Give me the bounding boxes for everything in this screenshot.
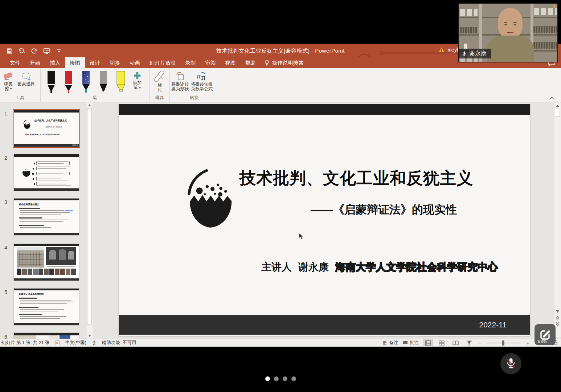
tab-slideshow[interactable]: 幻灯片放映 [145, 57, 181, 68]
slide-sorter-button[interactable] [437, 339, 446, 347]
ruler-button[interactable]: 标尺 [152, 71, 167, 92]
language-indicator[interactable]: 中文(中国) [65, 340, 86, 346]
group-label-convert: 转换 [170, 95, 219, 101]
reading-view-button[interactable] [451, 339, 460, 347]
zoom-slider-thumb[interactable] [502, 340, 504, 346]
main-scrollbar-thumb[interactable] [555, 109, 560, 117]
slide-subtitle: ——《启蒙辩证法》的现实性 [311, 202, 457, 217]
page-dot-2[interactable] [274, 376, 279, 381]
zoom-slider[interactable] [486, 340, 521, 346]
pen-gray-pencil[interactable] [98, 70, 109, 94]
thumbnail-scrollbar-thumb[interactable] [87, 108, 92, 324]
scroll-up-icon[interactable] [88, 104, 91, 107]
notes-icon [382, 341, 387, 345]
slide-presenter-line: 主讲人谢永康海南大学人文学院社会科学研究中心 [261, 260, 498, 274]
tab-draw[interactable]: 绘图 [65, 57, 85, 68]
pen-red[interactable] [63, 70, 74, 94]
add-pen-button[interactable]: ✚ 添加笔 [133, 72, 142, 90]
slide-thumbnail-2[interactable] [14, 154, 79, 191]
eraser-button[interactable]: 橡皮擦 [3, 72, 14, 91]
lasso-select-button[interactable]: 套索选择 [17, 72, 35, 86]
warning-icon [438, 47, 445, 53]
collapse-ribbon-icon[interactable] [549, 96, 555, 101]
plus-icon: ✚ [134, 72, 141, 80]
notes-button[interactable]: 备注 [382, 340, 398, 346]
thumb4-portrait-row [17, 269, 76, 275]
zoom-out-button[interactable]: − [478, 340, 482, 346]
thumbnail-scrollbar[interactable] [87, 102, 93, 339]
microphone-icon [462, 50, 467, 57]
previous-slide-icon[interactable] [556, 316, 560, 319]
lasso-icon [20, 72, 32, 81]
zoom-level: 88% [538, 339, 547, 344]
thumb2-list [36, 162, 71, 185]
account-area[interactable]: xieyl [438, 47, 458, 53]
comment-icon [402, 340, 408, 345]
pen-black[interactable] [46, 70, 57, 94]
participant-head [498, 8, 523, 38]
ink-to-math-button[interactable]: π π 将墨迹转换为数学公式 [191, 71, 213, 91]
tab-home[interactable]: 开始 [25, 57, 45, 68]
page-dots [265, 376, 296, 381]
page-dot-3[interactable] [283, 376, 287, 381]
slide-thumbnail-1[interactable]: 技术批判、文化工业和反犹主义 ——《启蒙辩证法》的现实性 主讲人 谢永康 海南大… [14, 110, 79, 147]
slide-date: 2022-11 [479, 315, 507, 335]
page-dot-1[interactable] [265, 376, 270, 381]
tab-view[interactable]: 视图 [221, 57, 241, 68]
slide-canvas[interactable]: 技术批判、文化工业和反犹主义 ——《启蒙辩证法》的现实性 主讲人谢永康海南大学人… [119, 103, 530, 336]
slide-number-1: 1 [4, 110, 7, 117]
slide-indicator[interactable]: 幻灯片 第 1 张, 共 21 张 [1, 340, 50, 346]
editing-area: 1 技术批判、文化工业和反犹主义 ——《启蒙辩证法》的现实性 主讲人 谢永康 海… [0, 102, 561, 339]
tab-file[interactable]: 文件 [5, 57, 25, 68]
main-scrollbar[interactable] [554, 103, 561, 337]
ribbon-group-convert: 将墨迹转换为形状 π π 将墨迹转换为数学公式 转换 [170, 68, 219, 102]
tab-design[interactable]: 设计 [85, 57, 105, 68]
spellcheck-icon[interactable] [55, 340, 60, 346]
thumb3-title: 社会批判理论的概念 [19, 203, 39, 206]
scroll-up-icon[interactable] [556, 104, 560, 107]
mute-microphone-button[interactable] [500, 353, 521, 374]
normal-view-button[interactable] [423, 339, 433, 347]
slide-number-6: 6 [4, 334, 7, 339]
presenter-label: 主讲人 [261, 261, 292, 273]
tab-record[interactable]: 录制 [181, 57, 201, 68]
tab-transitions[interactable]: 切换 [105, 57, 125, 68]
slide-top-bar [119, 104, 530, 115]
pen-galaxy[interactable] [81, 70, 91, 94]
scroll-down-icon[interactable] [556, 310, 560, 313]
accessibility-status[interactable]: 辅助功能: 不可用 [102, 340, 136, 346]
tell-me-search[interactable]: 操作说明搜索 [261, 57, 307, 68]
svg-text:π: π [201, 73, 206, 81]
slide-thumbnail-6[interactable] [14, 333, 79, 339]
thumb4-group-photo [46, 247, 76, 265]
bowl-logo [186, 167, 246, 229]
ribbon: 橡皮擦 套索选择 工具 [0, 68, 561, 102]
powerpoint-window: 技术批判文化工业反犹主义[兼容模式] - PowerPoint xieyl 文件… [0, 44, 561, 347]
ink-to-shape-icon [175, 71, 185, 81]
slideshow-button[interactable] [464, 339, 474, 347]
screen: 技术批判文化工业反犹主义[兼容模式] - PowerPoint xieyl 文件… [0, 0, 561, 392]
next-slide-icon[interactable] [556, 322, 560, 325]
tab-review[interactable]: 审阅 [201, 57, 221, 68]
slide-thumbnail-3[interactable]: 社会批判理论的概念 [14, 199, 79, 235]
accessibility-icon[interactable] [91, 340, 97, 346]
slide-number-2: 2 [4, 155, 7, 161]
tab-insert[interactable]: 插入 [45, 57, 65, 68]
participant-video[interactable]: 谢永康 [458, 3, 558, 62]
pen-yellow-highlighter[interactable] [115, 70, 126, 94]
slide-number-3: 3 [4, 199, 7, 205]
thumb1-date: 2022-11 [72, 144, 78, 146]
account-name: xieyl [448, 47, 458, 53]
slide-thumbnail-5[interactable]: 启蒙辩证法及其基本结构 [14, 289, 79, 325]
slide-thumbnail-4[interactable] [14, 244, 79, 281]
scroll-down-icon[interactable] [88, 334, 91, 337]
page-dot-4[interactable] [291, 376, 296, 381]
comments-button[interactable]: 批注 [402, 340, 419, 346]
tab-animations[interactable]: 动画 [125, 57, 145, 68]
ink-to-shape-button[interactable]: 将墨迹转换为形状 [171, 71, 189, 91]
zoom-in-button[interactable]: ＋ [525, 340, 531, 346]
participant-shirt [487, 36, 534, 62]
group-label-tools: 工具 [0, 95, 40, 101]
tab-help[interactable]: 帮助 [241, 57, 261, 68]
thumb1-subtitle: ——《启蒙辩证法》的现实性 [41, 126, 62, 128]
